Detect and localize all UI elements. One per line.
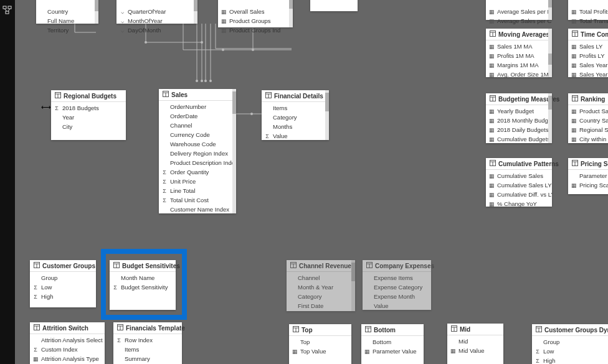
field-row[interactable]: ▦% Change YoY (486, 199, 552, 208)
field-row[interactable]: Expense Category (363, 282, 431, 292)
field-row[interactable] (218, 0, 293, 7)
field-row[interactable]: ΣLow (30, 282, 96, 292)
table-avgs[interactable]: Averages ▦Average Sales per M▦Average Sa… (486, 0, 552, 20)
field-row[interactable]: OrderDate (159, 111, 236, 121)
field-row[interactable]: ▦Profits LY (568, 51, 608, 60)
scrollbar[interactable] (232, 89, 236, 213)
table-top[interactable]: TopTop▦Top Value (289, 324, 351, 364)
table-timecomp[interactable]: Time Compar▦Sales LY▦Profits LY▦Sales Ye… (568, 29, 608, 77)
field-row[interactable]: ▦Average Sales per M (486, 7, 552, 16)
table-customersTop[interactable]: Customers CountryFull NameTerritory (36, 0, 98, 24)
field-row[interactable]: City (51, 122, 126, 131)
field-row[interactable]: Expense Items (363, 273, 431, 282)
field-row[interactable]: ▦Product Groups Ind (218, 26, 293, 35)
field-row[interactable]: ▦Yearly Budget (486, 106, 552, 116)
table-cgdyn[interactable]: Customer Groups DynaGroupΣLowΣHigh (532, 324, 608, 364)
field-row[interactable]: ▦Country Sale (568, 116, 608, 125)
field-row[interactable]: Customer Name Index (159, 205, 236, 214)
field-row[interactable]: Months (262, 122, 329, 131)
scrollbar[interactable] (548, 29, 552, 77)
field-row[interactable]: ▦City within C (568, 134, 608, 144)
field-row[interactable]: Parameter (568, 171, 608, 180)
field-row[interactable]: OrderNumber (159, 102, 236, 111)
field-row[interactable]: ▦Parameter Value (361, 347, 424, 356)
scrollbar[interactable] (548, 0, 552, 20)
field-row[interactable]: Mid (447, 337, 503, 346)
table-header[interactable]: Regional Budgets (51, 90, 126, 102)
table-budsens[interactable]: Budget SensitivitesMonth NameΣBudget Sen… (110, 260, 176, 310)
table-movavg[interactable]: Moving Averages▦Sales 1M MA▦Profits 1M M… (486, 29, 552, 77)
table-keymeasures[interactable]: Key Measures ▦Overall Sales▦Product Grou… (218, 0, 293, 27)
field-row[interactable]: Group (532, 337, 608, 347)
field-row[interactable]: ▦Product Sale (568, 106, 608, 116)
field-row[interactable]: Top (289, 337, 351, 347)
scrollbar[interactable] (351, 260, 355, 311)
field-row[interactable]: ▦Total Profits (568, 7, 608, 16)
field-row[interactable]: Summary (113, 354, 182, 363)
table-header[interactable]: Channel Revenues (287, 260, 355, 272)
scrollbar[interactable] (194, 0, 197, 24)
table-header[interactable]: Company Expenses (363, 260, 431, 272)
field-row[interactable]: ▦Top Value (289, 347, 351, 356)
table-header[interactable]: Pricing Scen (568, 158, 608, 170)
field-row[interactable]: Items (113, 345, 182, 354)
field-row[interactable]: ⌵DayOfMonth (116, 26, 197, 35)
table-pricing[interactable]: Pricing ScenParameter▦Pricing Sca (568, 158, 608, 194)
field-row[interactable]: ▦Average Sales per CL (486, 16, 552, 26)
field-row[interactable]: Category (262, 113, 329, 122)
field-row[interactable]: ΣOrder Quantity (159, 167, 236, 177)
field-row[interactable]: ⌵MonthOfYear (116, 16, 197, 26)
field-row[interactable]: Delivery Region Index (159, 149, 236, 158)
table-header[interactable]: Cumulative Patterns (486, 158, 552, 170)
field-row[interactable]: ΣBudget Sensitivity (110, 282, 176, 292)
field-row[interactable]: Group (30, 273, 96, 282)
table-budmeas[interactable]: Budgeting Measures▦Yearly Budget▦2018 Mo… (486, 93, 552, 143)
field-row[interactable]: Month Name (110, 273, 176, 282)
field-row[interactable]: Full Name (36, 16, 98, 26)
field-row[interactable]: ▦Avg. Order Size 1M … (486, 70, 552, 79)
scrollbar[interactable] (95, 0, 98, 24)
table-cumpat[interactable]: Cumulative Patterns▦Cumulative Sales▦Cum… (486, 158, 552, 207)
table-dates[interactable]: Dates ⌵QuarterOfYear⌵MonthOfYear⌵DayOfMo… (116, 0, 197, 24)
field-row[interactable]: Value (363, 301, 431, 310)
field-row[interactable]: ▦Sales Year to (568, 70, 608, 79)
field-row[interactable]: ▦Margins 1M MA (486, 60, 552, 70)
table-header[interactable]: Customer Groups Dyna (532, 324, 608, 336)
field-row[interactable]: Items (262, 103, 329, 113)
table-totals[interactable]: Totals ▦Total Profits▦Total Transa (568, 0, 608, 20)
model-canvas[interactable]: ⟷ Customers CountryFull NameTerritoryDat… (15, 0, 608, 364)
field-row[interactable]: Product Description Index (159, 158, 236, 167)
table-ranking[interactable]: Ranking▦Product Sale▦Country Sale▦Region… (568, 93, 608, 143)
table-header[interactable]: Budgeting Measures (486, 93, 552, 105)
field-row[interactable]: ΣLine Total (159, 186, 236, 195)
table-bottom[interactable]: BottomBottom▦Parameter Value (361, 324, 424, 364)
field-row[interactable]: Territory (36, 26, 98, 35)
field-row[interactable]: ⌵QuarterOfYear (116, 7, 197, 16)
field-row[interactable]: ▦Pricing Sca (568, 180, 608, 190)
field-row[interactable]: ΣHigh (532, 356, 608, 364)
field-row[interactable]: ▦Sales 1M MA (486, 42, 552, 51)
table-mid[interactable]: MidMid▦Mid Value (447, 324, 503, 364)
field-row[interactable] (36, 0, 98, 7)
field-row[interactable]: ▦Attrition Analysis Type (30, 354, 105, 363)
field-row[interactable]: ▦Cumulative Sales LY (486, 180, 552, 190)
field-row[interactable]: First Date (287, 301, 355, 310)
field-row[interactable]: Σ2018 Budgets (51, 103, 126, 113)
model-view-icon[interactable] (0, 5, 15, 15)
field-row[interactable]: ▦Product Groups (218, 16, 293, 26)
field-row[interactable]: ▦Mid Value (447, 346, 503, 355)
field-row[interactable]: ΣLow (532, 347, 608, 356)
field-row[interactable]: ▦Cumulative Sales (486, 171, 552, 180)
field-row[interactable]: ΣUnit Price (159, 177, 236, 186)
field-row[interactable]: Year (51, 113, 126, 122)
field-row[interactable]: ▦Sales Year to (568, 60, 608, 70)
field-row[interactable]: Bottom (361, 337, 424, 347)
field-row[interactable]: Currency Code (159, 130, 236, 139)
field-row[interactable]: Channel (159, 121, 236, 130)
field-row[interactable]: ▦Profits 1M MA (486, 51, 552, 60)
field-row[interactable]: Month & Year (287, 282, 355, 292)
field-row[interactable]: Expense Month (363, 292, 431, 301)
table-header[interactable]: Customer Groups (30, 260, 96, 272)
table-coexp[interactable]: Company ExpensesExpense ItemsExpense Cat… (363, 260, 431, 310)
field-row[interactable]: ▦Overall Sales (218, 7, 293, 16)
